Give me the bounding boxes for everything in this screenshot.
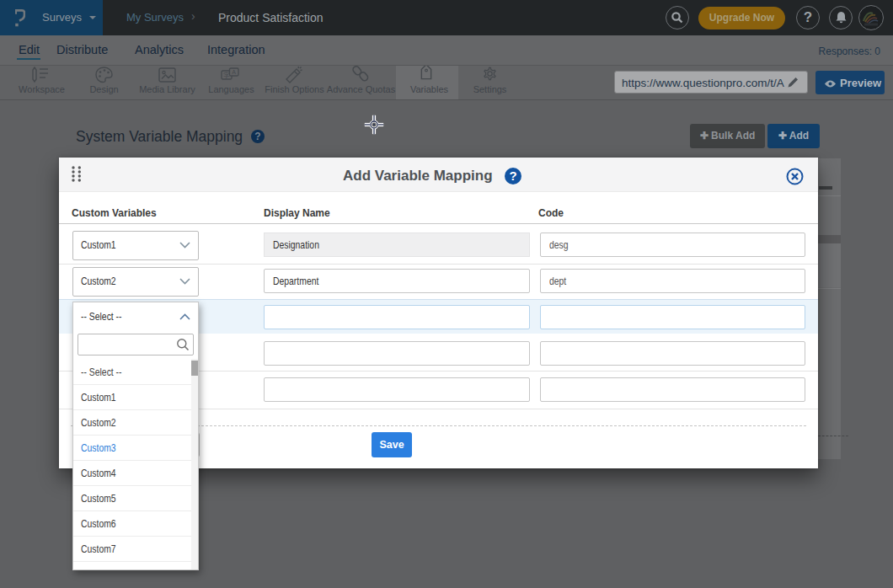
svg-text:A: A xyxy=(232,69,236,75)
